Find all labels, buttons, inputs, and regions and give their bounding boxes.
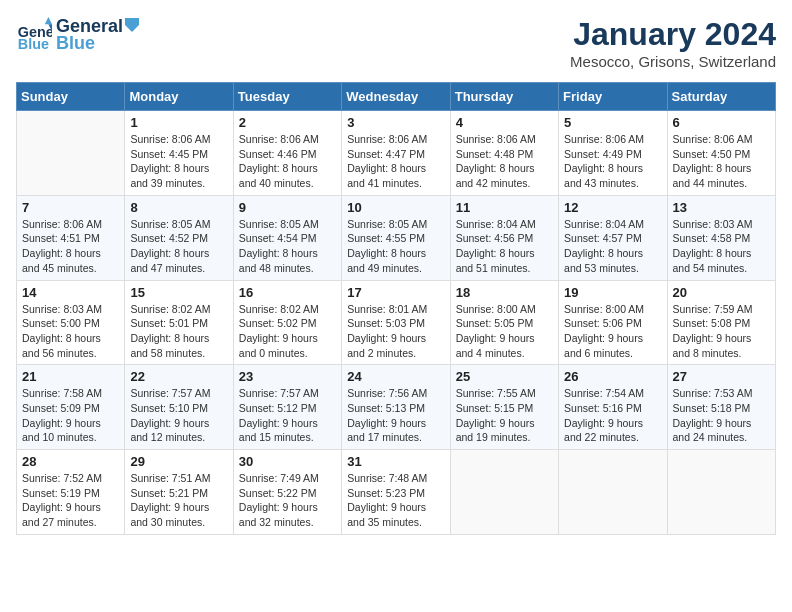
day-number: 9 — [239, 200, 336, 215]
day-info: Sunrise: 8:06 AM Sunset: 4:47 PM Dayligh… — [347, 132, 444, 191]
calendar-cell: 14Sunrise: 8:03 AM Sunset: 5:00 PM Dayli… — [17, 280, 125, 365]
day-header-tuesday: Tuesday — [233, 83, 341, 111]
day-info: Sunrise: 8:02 AM Sunset: 5:01 PM Dayligh… — [130, 302, 227, 361]
day-number: 31 — [347, 454, 444, 469]
day-info: Sunrise: 8:01 AM Sunset: 5:03 PM Dayligh… — [347, 302, 444, 361]
svg-text:Blue: Blue — [18, 36, 49, 52]
day-info: Sunrise: 8:04 AM Sunset: 4:57 PM Dayligh… — [564, 217, 661, 276]
day-header-monday: Monday — [125, 83, 233, 111]
svg-marker-2 — [45, 17, 52, 24]
day-info: Sunrise: 8:04 AM Sunset: 4:56 PM Dayligh… — [456, 217, 553, 276]
calendar-cell: 21Sunrise: 7:58 AM Sunset: 5:09 PM Dayli… — [17, 365, 125, 450]
day-info: Sunrise: 7:58 AM Sunset: 5:09 PM Dayligh… — [22, 386, 119, 445]
calendar-cell: 29Sunrise: 7:51 AM Sunset: 5:21 PM Dayli… — [125, 450, 233, 535]
day-number: 20 — [673, 285, 770, 300]
day-info: Sunrise: 8:06 AM Sunset: 4:49 PM Dayligh… — [564, 132, 661, 191]
calendar-week-4: 21Sunrise: 7:58 AM Sunset: 5:09 PM Dayli… — [17, 365, 776, 450]
day-info: Sunrise: 8:05 AM Sunset: 4:54 PM Dayligh… — [239, 217, 336, 276]
calendar-cell: 7Sunrise: 8:06 AM Sunset: 4:51 PM Daylig… — [17, 195, 125, 280]
calendar-cell: 23Sunrise: 7:57 AM Sunset: 5:12 PM Dayli… — [233, 365, 341, 450]
day-info: Sunrise: 8:02 AM Sunset: 5:02 PM Dayligh… — [239, 302, 336, 361]
calendar-cell: 27Sunrise: 7:53 AM Sunset: 5:18 PM Dayli… — [667, 365, 775, 450]
day-info: Sunrise: 7:56 AM Sunset: 5:13 PM Dayligh… — [347, 386, 444, 445]
calendar-week-1: 1Sunrise: 8:06 AM Sunset: 4:45 PM Daylig… — [17, 111, 776, 196]
calendar-cell: 18Sunrise: 8:00 AM Sunset: 5:05 PM Dayli… — [450, 280, 558, 365]
day-number: 22 — [130, 369, 227, 384]
calendar-cell — [667, 450, 775, 535]
calendar-cell: 31Sunrise: 7:48 AM Sunset: 5:23 PM Dayli… — [342, 450, 450, 535]
day-info: Sunrise: 7:51 AM Sunset: 5:21 PM Dayligh… — [130, 471, 227, 530]
calendar-cell: 20Sunrise: 7:59 AM Sunset: 5:08 PM Dayli… — [667, 280, 775, 365]
calendar-cell: 16Sunrise: 8:02 AM Sunset: 5:02 PM Dayli… — [233, 280, 341, 365]
day-number: 4 — [456, 115, 553, 130]
calendar-cell: 25Sunrise: 7:55 AM Sunset: 5:15 PM Dayli… — [450, 365, 558, 450]
day-info: Sunrise: 7:52 AM Sunset: 5:19 PM Dayligh… — [22, 471, 119, 530]
day-number: 27 — [673, 369, 770, 384]
day-info: Sunrise: 8:06 AM Sunset: 4:48 PM Dayligh… — [456, 132, 553, 191]
day-header-wednesday: Wednesday — [342, 83, 450, 111]
day-number: 29 — [130, 454, 227, 469]
calendar-cell — [450, 450, 558, 535]
day-info: Sunrise: 8:03 AM Sunset: 4:58 PM Dayligh… — [673, 217, 770, 276]
day-number: 7 — [22, 200, 119, 215]
day-header-friday: Friday — [559, 83, 667, 111]
day-number: 6 — [673, 115, 770, 130]
day-number: 21 — [22, 369, 119, 384]
calendar-cell — [17, 111, 125, 196]
calendar-cell: 11Sunrise: 8:04 AM Sunset: 4:56 PM Dayli… — [450, 195, 558, 280]
day-info: Sunrise: 7:53 AM Sunset: 5:18 PM Dayligh… — [673, 386, 770, 445]
day-info: Sunrise: 7:49 AM Sunset: 5:22 PM Dayligh… — [239, 471, 336, 530]
calendar-cell: 1Sunrise: 8:06 AM Sunset: 4:45 PM Daylig… — [125, 111, 233, 196]
day-number: 15 — [130, 285, 227, 300]
day-info: Sunrise: 7:57 AM Sunset: 5:10 PM Dayligh… — [130, 386, 227, 445]
day-number: 1 — [130, 115, 227, 130]
day-info: Sunrise: 7:59 AM Sunset: 5:08 PM Dayligh… — [673, 302, 770, 361]
day-number: 17 — [347, 285, 444, 300]
day-info: Sunrise: 8:00 AM Sunset: 5:06 PM Dayligh… — [564, 302, 661, 361]
day-number: 28 — [22, 454, 119, 469]
day-number: 30 — [239, 454, 336, 469]
day-header-thursday: Thursday — [450, 83, 558, 111]
day-number: 19 — [564, 285, 661, 300]
location-subtitle: Mesocco, Grisons, Switzerland — [570, 53, 776, 70]
day-number: 10 — [347, 200, 444, 215]
day-number: 26 — [564, 369, 661, 384]
calendar-cell: 6Sunrise: 8:06 AM Sunset: 4:50 PM Daylig… — [667, 111, 775, 196]
title-block: January 2024 Mesocco, Grisons, Switzerla… — [570, 16, 776, 70]
day-number: 24 — [347, 369, 444, 384]
calendar-cell: 5Sunrise: 8:06 AM Sunset: 4:49 PM Daylig… — [559, 111, 667, 196]
logo-arrow-icon — [125, 18, 139, 32]
calendar-cell: 10Sunrise: 8:05 AM Sunset: 4:55 PM Dayli… — [342, 195, 450, 280]
page-header: General Blue General Blue January 2024 M… — [16, 16, 776, 70]
calendar-cell: 17Sunrise: 8:01 AM Sunset: 5:03 PM Dayli… — [342, 280, 450, 365]
logo: General Blue General Blue — [16, 16, 139, 54]
day-number: 25 — [456, 369, 553, 384]
calendar-cell: 15Sunrise: 8:02 AM Sunset: 5:01 PM Dayli… — [125, 280, 233, 365]
logo-icon: General Blue — [16, 17, 52, 53]
svg-marker-4 — [125, 18, 139, 32]
calendar-table: SundayMondayTuesdayWednesdayThursdayFrid… — [16, 82, 776, 535]
calendar-cell — [559, 450, 667, 535]
calendar-header: SundayMondayTuesdayWednesdayThursdayFrid… — [17, 83, 776, 111]
day-info: Sunrise: 8:05 AM Sunset: 4:55 PM Dayligh… — [347, 217, 444, 276]
day-number: 2 — [239, 115, 336, 130]
calendar-cell: 4Sunrise: 8:06 AM Sunset: 4:48 PM Daylig… — [450, 111, 558, 196]
day-info: Sunrise: 7:57 AM Sunset: 5:12 PM Dayligh… — [239, 386, 336, 445]
calendar-cell: 22Sunrise: 7:57 AM Sunset: 5:10 PM Dayli… — [125, 365, 233, 450]
calendar-cell: 26Sunrise: 7:54 AM Sunset: 5:16 PM Dayli… — [559, 365, 667, 450]
calendar-cell: 19Sunrise: 8:00 AM Sunset: 5:06 PM Dayli… — [559, 280, 667, 365]
day-number: 16 — [239, 285, 336, 300]
calendar-cell: 30Sunrise: 7:49 AM Sunset: 5:22 PM Dayli… — [233, 450, 341, 535]
calendar-week-3: 14Sunrise: 8:03 AM Sunset: 5:00 PM Dayli… — [17, 280, 776, 365]
day-number: 18 — [456, 285, 553, 300]
day-number: 14 — [22, 285, 119, 300]
calendar-week-2: 7Sunrise: 8:06 AM Sunset: 4:51 PM Daylig… — [17, 195, 776, 280]
day-info: Sunrise: 8:06 AM Sunset: 4:50 PM Dayligh… — [673, 132, 770, 191]
calendar-cell: 12Sunrise: 8:04 AM Sunset: 4:57 PM Dayli… — [559, 195, 667, 280]
day-number: 8 — [130, 200, 227, 215]
day-header-saturday: Saturday — [667, 83, 775, 111]
day-number: 23 — [239, 369, 336, 384]
calendar-cell: 28Sunrise: 7:52 AM Sunset: 5:19 PM Dayli… — [17, 450, 125, 535]
day-number: 13 — [673, 200, 770, 215]
calendar-cell: 24Sunrise: 7:56 AM Sunset: 5:13 PM Dayli… — [342, 365, 450, 450]
